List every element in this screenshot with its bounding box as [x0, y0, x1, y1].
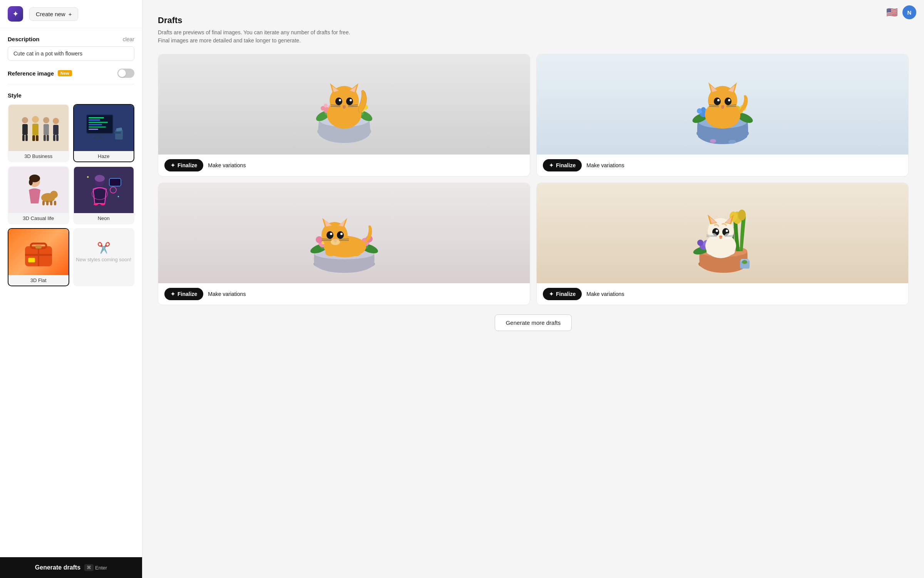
- main-content: Drafts Drafts are previews of final imag…: [142, 0, 924, 578]
- generate-drafts-button[interactable]: Generate drafts ⌘ Enter: [0, 557, 142, 578]
- sidebar-content: Description clear Reference image New St…: [0, 28, 142, 557]
- svg-point-64: [324, 104, 328, 108]
- svg-rect-11: [47, 135, 49, 141]
- svg-point-74: [335, 97, 342, 105]
- draft-2-finalize-button[interactable]: ✦ Finalize: [543, 159, 582, 171]
- finalize-3-icon: ✦: [171, 291, 175, 297]
- finalize-4-label: Finalize: [556, 291, 576, 297]
- svg-rect-25: [94, 137, 105, 139]
- draft-3-finalize-button[interactable]: ✦ Finalize: [164, 288, 203, 300]
- draft-1-actions: ✦ Finalize Make variations: [158, 155, 530, 176]
- generate-more-button[interactable]: Generate more drafts: [495, 314, 572, 331]
- shortcut-hint: ⌘ Enter: [84, 564, 107, 571]
- svg-point-77: [350, 99, 352, 101]
- svg-rect-15: [56, 135, 59, 141]
- style-3d-casual-image: [8, 167, 69, 213]
- draft-image-1: [158, 54, 530, 155]
- description-label: Description: [8, 36, 40, 42]
- style-3d-casual-label: 3D Casual life: [8, 213, 69, 223]
- description-input[interactable]: [8, 46, 134, 61]
- style-3d-business-label: 3D Business: [8, 151, 69, 161]
- top-right-controls: 🇺🇸 N: [886, 5, 916, 19]
- svg-point-31: [29, 179, 33, 185]
- style-card-neon[interactable]: ✦ ✦ Neon: [73, 166, 135, 224]
- svg-rect-1: [22, 124, 28, 135]
- svg-rect-7: [36, 135, 38, 141]
- svg-text:✦: ✦: [117, 195, 120, 198]
- style-card-3d-business[interactable]: 3D Business: [8, 104, 69, 162]
- draft-1-variations-button[interactable]: Make variations: [208, 159, 246, 171]
- svg-point-87: [329, 116, 340, 124]
- reference-image-label: Reference image: [8, 70, 54, 77]
- svg-rect-22: [89, 126, 106, 128]
- style-label: Style: [8, 92, 134, 99]
- draft-4-finalize-button[interactable]: ✦ Finalize: [543, 288, 582, 300]
- create-new-button[interactable]: Create new +: [29, 7, 78, 21]
- svg-rect-42: [109, 178, 121, 186]
- svg-rect-6: [32, 135, 35, 141]
- draft-card-3: ✦ Finalize Make variations: [158, 183, 530, 305]
- svg-point-142: [330, 233, 332, 235]
- svg-point-12: [53, 118, 59, 124]
- svg-point-151: [350, 249, 361, 256]
- draft-3-actions: ✦ Finalize Make variations: [158, 283, 530, 305]
- draft-1-finalize-button[interactable]: ✦ Finalize: [164, 159, 203, 171]
- style-3d-business-image: [8, 105, 69, 151]
- svg-point-40: [95, 175, 105, 182]
- svg-rect-3: [25, 135, 28, 141]
- style-card-3d-flat[interactable]: 3D Flat: [8, 228, 69, 286]
- user-avatar[interactable]: N: [902, 5, 916, 19]
- svg-point-183: [724, 247, 735, 255]
- draft-2-variations-button[interactable]: Make variations: [586, 159, 624, 171]
- style-3d-flat-image: [8, 229, 69, 275]
- style-3d-flat-label: 3D Flat: [8, 275, 69, 286]
- svg-rect-9: [44, 124, 49, 135]
- svg-point-110: [714, 97, 721, 105]
- svg-rect-28: [114, 132, 121, 134]
- finalize-1-label: Finalize: [177, 162, 197, 168]
- svg-point-163: [697, 240, 703, 246]
- shortcut-key-label: Enter: [95, 565, 107, 571]
- svg-rect-37: [50, 201, 52, 205]
- svg-point-43: [110, 187, 116, 193]
- svg-text:✦: ✦: [86, 175, 89, 179]
- svg-rect-52: [28, 258, 35, 262]
- svg-point-182: [706, 247, 717, 255]
- draft-2-actions: ✦ Finalize Make variations: [537, 155, 908, 176]
- finalize-2-icon: ✦: [549, 162, 554, 168]
- draft-image-2: [537, 54, 908, 155]
- svg-rect-24: [98, 134, 102, 138]
- style-card-haze[interactable]: Haze: [73, 104, 135, 162]
- svg-rect-38: [54, 201, 56, 205]
- style-card-3d-casual[interactable]: 3D Casual life: [8, 166, 69, 224]
- draft-image-4: [537, 183, 908, 283]
- draft-card-1: ✦ Finalize Make variations: [158, 54, 530, 176]
- svg-point-34: [54, 191, 57, 195]
- svg-rect-2: [22, 135, 25, 141]
- svg-rect-26: [115, 130, 123, 139]
- style-card-coming-soon: ✂️ New styles coming soon!: [73, 228, 135, 286]
- svg-point-174: [726, 230, 728, 232]
- svg-point-114: [721, 105, 724, 108]
- clear-button[interactable]: clear: [123, 36, 134, 42]
- language-flag[interactable]: 🇺🇸: [886, 7, 898, 18]
- svg-point-141: [337, 231, 344, 239]
- svg-point-120: [726, 117, 738, 125]
- drafts-grid: ✦ Finalize Make variations: [158, 54, 909, 305]
- reference-image-toggle[interactable]: [117, 69, 134, 78]
- draft-4-variations-button[interactable]: Make variations: [586, 288, 624, 300]
- finalize-3-label: Finalize: [177, 291, 197, 297]
- svg-point-119: [707, 117, 719, 125]
- svg-rect-20: [89, 122, 108, 123]
- svg-point-143: [340, 233, 343, 235]
- generate-label: Generate drafts: [35, 564, 80, 571]
- svg-point-159: [742, 260, 747, 264]
- svg-rect-14: [53, 135, 55, 141]
- svg-rect-5: [32, 124, 38, 135]
- draft-3-variations-button[interactable]: Make variations: [208, 288, 246, 300]
- svg-point-111: [725, 97, 732, 105]
- svg-point-76: [339, 99, 341, 101]
- style-section: Style: [8, 92, 134, 286]
- draft-4-actions: ✦ Finalize Make variations: [537, 283, 908, 305]
- coming-soon-label: New styles coming soon!: [76, 257, 131, 262]
